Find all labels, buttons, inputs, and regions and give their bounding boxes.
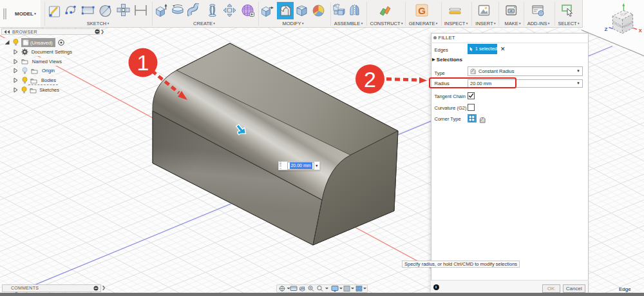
svg-text:1: 1 <box>137 50 149 75</box>
svg-text:X: X <box>639 28 643 34</box>
svg-text:G: G <box>418 5 426 16</box>
svg-text:Z: Z <box>605 26 608 32</box>
svg-text:2: 2 <box>364 67 376 92</box>
